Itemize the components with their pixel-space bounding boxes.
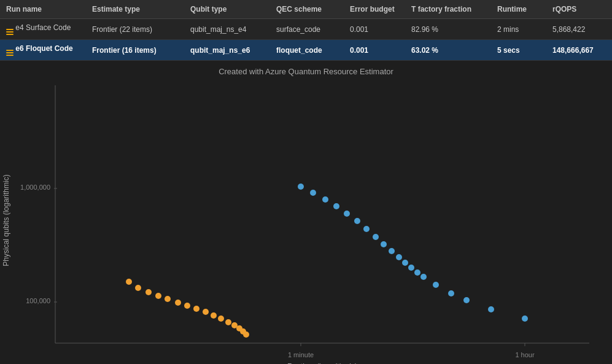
table-row[interactable]: e6 Floquet CodeFrontier (16 items)qubit_… bbox=[0, 40, 612, 61]
cell-qubit: qubit_maj_ns_e6 bbox=[184, 40, 270, 61]
data-point bbox=[363, 226, 370, 232]
data-point bbox=[135, 285, 141, 291]
data-point bbox=[184, 303, 190, 309]
svg-text:Physical qubits (logarithmic): Physical qubits (logarithmic) bbox=[2, 174, 10, 266]
data-point bbox=[389, 248, 395, 254]
cell-qec: surface_code bbox=[270, 19, 344, 40]
data-point bbox=[354, 218, 360, 224]
col-header-runname: Run name bbox=[0, 0, 86, 19]
data-point bbox=[193, 306, 199, 312]
cell-qubit: qubit_maj_ns_e4 bbox=[184, 19, 270, 40]
row-menu-icon[interactable] bbox=[6, 50, 14, 56]
data-point bbox=[310, 190, 316, 196]
col-header-error: Error budget bbox=[344, 0, 405, 19]
data-point bbox=[155, 293, 161, 299]
svg-text:100,000: 100,000 bbox=[26, 297, 50, 304]
cell-runname: e6 Floquet Code bbox=[0, 40, 86, 61]
data-point bbox=[203, 309, 209, 315]
cell-runtime: 5 secs bbox=[491, 40, 546, 61]
data-point bbox=[522, 316, 528, 322]
cell-runtime: 2 mins bbox=[491, 19, 546, 40]
main-container: Run name Estimate type Qubit type QEC sc… bbox=[0, 0, 612, 364]
data-point bbox=[175, 300, 181, 306]
data-point bbox=[126, 279, 132, 285]
chart-area: Created with Azure Quantum Resource Esti… bbox=[0, 61, 612, 364]
table-header-row: Run name Estimate type Qubit type QEC sc… bbox=[0, 0, 612, 19]
data-point bbox=[373, 234, 379, 240]
col-header-tfactory: T factory fraction bbox=[405, 0, 491, 19]
cell-rqops: 5,868,422 bbox=[546, 19, 612, 40]
row-menu-icon[interactable] bbox=[6, 29, 14, 35]
chart-title: Created with Azure Quantum Resource Esti… bbox=[0, 61, 612, 79]
cell-runname: e4 Surface Code bbox=[0, 19, 86, 40]
data-point bbox=[420, 274, 427, 280]
chart-svg: 1,000,000 100,000 Physical qubits (logar… bbox=[0, 79, 612, 364]
cell-tfactory: 82.96 % bbox=[405, 19, 491, 40]
data-point bbox=[448, 290, 454, 296]
svg-text:1 hour: 1 hour bbox=[515, 351, 535, 358]
svg-text:1 minute: 1 minute bbox=[288, 351, 314, 358]
data-point bbox=[298, 184, 304, 190]
data-point bbox=[396, 254, 402, 260]
data-point bbox=[218, 316, 224, 322]
cell-tfactory: 63.02 % bbox=[405, 40, 491, 61]
cell-qec: floquet_code bbox=[270, 40, 344, 61]
data-point bbox=[225, 319, 231, 325]
data-point bbox=[414, 269, 420, 276]
cell-estimate: Frontier (22 items) bbox=[86, 19, 184, 40]
data-point bbox=[243, 331, 249, 338]
cell-rqops: 148,666,667 bbox=[546, 40, 612, 61]
data-point bbox=[344, 211, 350, 217]
data-point bbox=[322, 196, 328, 203]
data-point bbox=[333, 203, 339, 209]
results-table-wrapper: Run name Estimate type Qubit type QEC sc… bbox=[0, 0, 612, 61]
data-point bbox=[145, 289, 152, 295]
data-point bbox=[463, 297, 470, 303]
data-point bbox=[408, 265, 414, 271]
data-point bbox=[211, 312, 217, 319]
data-point bbox=[488, 306, 494, 312]
data-point bbox=[433, 282, 439, 288]
data-point bbox=[165, 296, 171, 302]
table-row[interactable]: e4 Surface CodeFrontier (22 items)qubit_… bbox=[0, 19, 612, 40]
col-header-rqops: rQOPS bbox=[546, 0, 612, 19]
svg-text:1,000,000: 1,000,000 bbox=[20, 184, 50, 191]
results-table: Run name Estimate type Qubit type QEC sc… bbox=[0, 0, 612, 61]
data-point bbox=[402, 260, 408, 266]
col-header-qec: QEC scheme bbox=[270, 0, 344, 19]
col-header-runtime: Runtime bbox=[491, 0, 546, 19]
col-header-qubit: Qubit type bbox=[184, 0, 270, 19]
data-point bbox=[381, 241, 387, 247]
cell-error: 0.001 bbox=[344, 19, 405, 40]
col-header-estimate: Estimate type bbox=[86, 0, 184, 19]
cell-estimate: Frontier (16 items) bbox=[86, 40, 184, 61]
cell-error: 0.001 bbox=[344, 40, 405, 61]
